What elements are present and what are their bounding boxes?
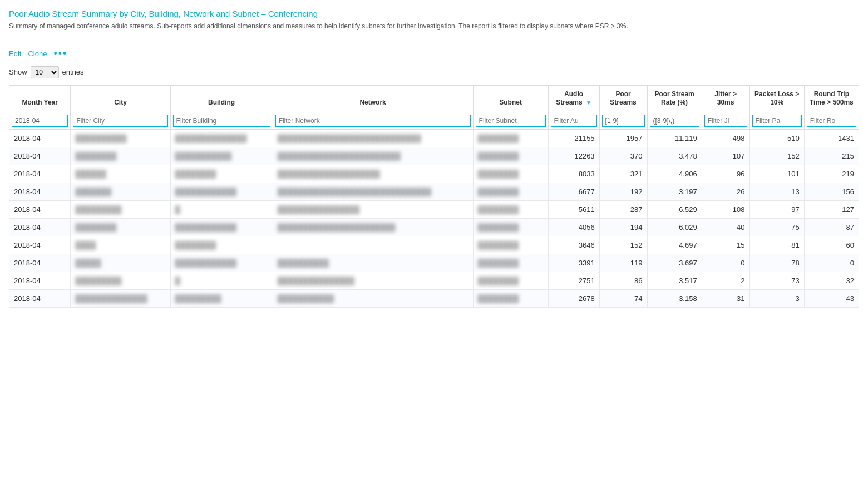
table-cell: 3.517 [647,272,702,289]
edit-button[interactable]: Edit [9,50,21,58]
table-cell: 87 [804,218,859,236]
packet-loss-filter-input[interactable] [752,115,802,127]
table-cell: 60 [804,236,859,254]
table-cell: 1431 [804,129,859,147]
table-cell: 3 [749,289,804,307]
table-cell: ██████████████ [71,289,170,307]
table-cell: 15 [702,236,749,254]
table-cell: ████████ [473,147,548,165]
subnet-filter-input[interactable] [476,115,546,127]
table-cell: 510 [749,129,804,147]
filter-poor-stream-rate [647,112,702,129]
audio-streams-filter-input[interactable] [551,115,597,127]
table-cell: ████████ [473,129,548,147]
table-cell: 32 [804,272,859,289]
show-entries-control: Show 10 25 50 100 entries [9,66,859,78]
col-header-network: Network [273,85,473,112]
col-header-rtt: Round Trip Time > 500ms [804,85,859,112]
table-cell: 2678 [548,289,599,307]
table-cell: 1957 [599,129,647,147]
table-cell: ████████ [473,183,548,200]
table-cell: 4056 [548,218,599,236]
table-cell: █████████ [71,272,170,289]
table-cell: 192 [599,183,647,200]
table-cell: ████████ [170,236,273,254]
table-cell: 31 [702,289,749,307]
table-row: 2018-04█████████████████████████████████… [9,165,859,183]
table-header-row: Month Year City Building Network Subnet … [9,85,859,112]
table-cell: 2018-04 [9,289,71,307]
table-cell: 2018-04 [9,272,71,289]
page-title: Poor Audio Stream Summary by City, Build… [9,9,859,18]
table-cell: 2018-04 [9,236,71,254]
table-cell: 2018-04 [9,200,71,218]
table-cell: 6.029 [647,218,702,236]
table-cell: 12263 [548,147,599,165]
city-filter-input[interactable] [73,115,167,127]
show-label: Show [9,68,27,76]
table-cell: ████████████████████████ [273,147,473,165]
table-cell: █████████ [170,289,273,307]
table-cell: ███████████ [170,147,273,165]
more-options-button[interactable]: ••• [53,48,67,60]
jitter-filter-input[interactable] [704,115,747,127]
table-cell: █ [170,200,273,218]
filter-month-year [9,112,71,129]
filter-building [170,112,273,129]
filter-rtt [804,112,859,129]
table-cell: ████████████ [170,254,273,272]
table-cell: █████████ [71,200,170,218]
table-cell: 498 [702,129,749,147]
table-cell: ████████ [473,272,548,289]
table-cell: █ [170,272,273,289]
table-cell: 13 [749,183,804,200]
building-filter-input[interactable] [173,115,270,127]
table-row: 2018-04█████████████████████████████████… [9,200,859,218]
entries-select[interactable]: 10 25 50 100 [31,66,59,78]
poor-streams-filter-input[interactable] [602,115,645,127]
table-cell: 2018-04 [9,183,71,200]
table-cell: 86 [599,272,647,289]
table-cell: 156 [804,183,859,200]
table-cell: ████ [71,236,170,254]
table-cell: 2018-04 [9,147,71,165]
network-filter-input[interactable] [275,115,471,127]
table-cell: 2018-04 [9,165,71,183]
main-table: Month Year City Building Network Subnet … [9,85,859,308]
rtt-filter-input[interactable] [807,115,856,127]
table-cell: ████████████ [170,218,273,236]
table-cell: ████████████████████ [273,165,473,183]
table-cell: ██████████████ [170,129,273,147]
col-header-subnet: Subnet [473,85,548,112]
table-row: 2018-04█████████████████████████████████… [9,254,859,272]
col-header-audio-streams[interactable]: Audio Streams ▼ [548,85,599,112]
table-cell: 43 [804,289,859,307]
table-cell: 194 [599,218,647,236]
table-cell: 152 [599,236,647,254]
month-year-filter-input[interactable] [12,115,68,127]
table-cell: 8033 [548,165,599,183]
table-cell: 75 [749,218,804,236]
table-cell: 3391 [548,254,599,272]
filter-network [273,112,473,129]
table-cell: ████████████████ [273,200,473,218]
table-cell: 3.197 [647,183,702,200]
table-cell: 2018-04 [9,218,71,236]
poor-stream-rate-filter-input[interactable] [650,115,699,127]
table-cell: 119 [599,254,647,272]
col-header-poor-streams: Poor Streams [599,85,647,112]
filter-poor-streams [599,112,647,129]
table-cell: 78 [749,254,804,272]
table-cell: 3.697 [647,254,702,272]
sort-icon: ▼ [586,99,591,106]
table-cell [273,236,473,254]
table-cell: 287 [599,200,647,218]
table-cell: 370 [599,147,647,165]
table-cell: ████████ [473,289,548,307]
table-cell: ███████████████████████ [273,218,473,236]
clone-button[interactable]: Clone [28,50,47,58]
table-cell: ███████ [71,183,170,200]
table-body: 2018-04█████████████████████████████████… [9,129,859,307]
table-cell: 73 [749,272,804,289]
table-row: 2018-04█████████████████████████████████… [9,272,859,289]
